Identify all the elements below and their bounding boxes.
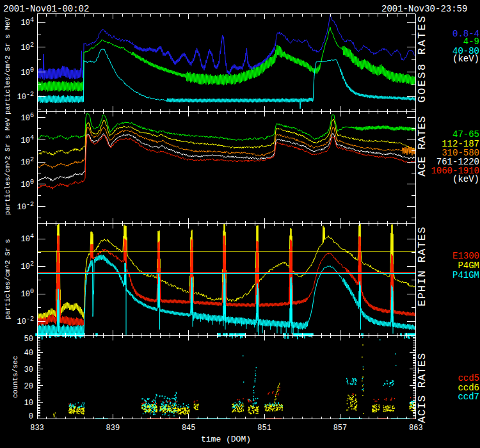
svg-text:EPHIN RATES: EPHIN RATES [416,226,428,306]
svg-text:particles/cm^2 Sr s MeV: particles/cm^2 Sr s MeV [4,17,12,115]
svg-text:40: 40 [24,349,33,358]
svg-text:833: 833 [30,424,44,433]
svg-text:ccd7: ccd7 [458,392,479,402]
svg-text:(keV): (keV) [452,174,479,184]
svg-text:2001-Nov01-00:02: 2001-Nov01-00:02 [3,4,89,14]
svg-text:851: 851 [257,424,271,433]
svg-text:112-187: 112-187 [442,139,479,149]
svg-text:2001-Nov30-23:59: 2001-Nov30-23:59 [381,4,467,14]
svg-text:863: 863 [409,424,423,433]
svg-text:47-65: 47-65 [452,129,479,140]
svg-text:E1300: E1300 [452,251,479,261]
svg-text:845: 845 [182,424,196,433]
svg-text:P4GM: P4GM [458,260,479,271]
svg-text:50: 50 [24,335,33,344]
svg-text:GOES8 RATES: GOES8 RATES [416,15,428,103]
svg-text:time (DOM): time (DOM) [201,435,251,444]
svg-text:30: 30 [24,365,33,374]
svg-text:ACIS RATES: ACIS RATES [416,353,428,423]
svg-text:P41GM: P41GM [452,270,479,280]
svg-text:0: 0 [29,412,33,421]
svg-text:counts/sec: counts/sec [12,356,19,398]
svg-text:particles/cm^2 Sr s: particles/cm^2 Sr s [4,239,12,319]
svg-text:ACE RATES: ACE RATES [416,116,428,177]
svg-text:particles/cm^2 Sr s MeV: particles/cm^2 Sr s MeV [4,118,12,215]
svg-text:857: 857 [333,424,348,433]
svg-text:(keV): (keV) [452,54,479,64]
svg-text:10: 10 [24,399,33,408]
svg-text:839: 839 [106,424,120,433]
svg-text:20: 20 [24,382,33,391]
